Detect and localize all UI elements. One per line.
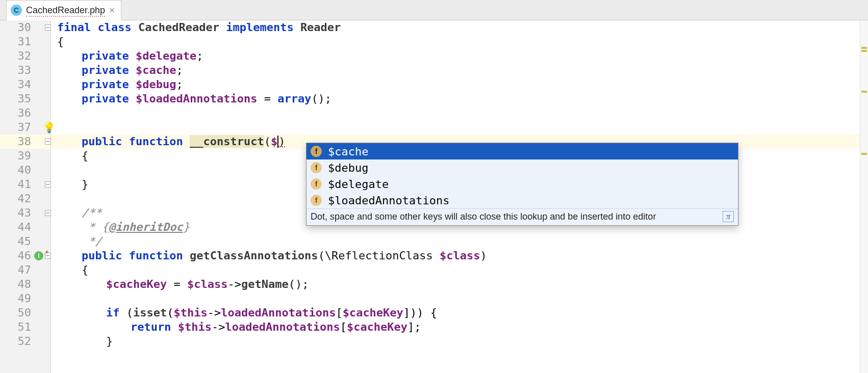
autocomplete-item[interactable]: f $loadedAnnotations <box>307 192 738 208</box>
keyword: private <box>82 64 129 76</box>
punct: [ <box>340 321 347 333</box>
warning-mark-icon[interactable] <box>861 91 867 93</box>
syntax-error: ) <box>278 135 285 148</box>
autocomplete-label: $loadedAnnotations <box>328 194 449 207</box>
fold-toggle-icon[interactable] <box>45 210 51 216</box>
file-tab[interactable]: C CachedReader.php × <box>6 0 121 20</box>
keyword: private <box>82 92 129 105</box>
space <box>171 321 177 333</box>
autocomplete-popup: f $cache f $debug f $delegate f $loadedA… <box>306 143 738 226</box>
pi-icon[interactable]: π <box>723 211 734 222</box>
line-number: 46 <box>0 249 50 263</box>
punct: (); <box>311 92 331 105</box>
punct: ( <box>120 306 134 319</box>
line-number: 49 <box>0 291 50 306</box>
autocomplete-item[interactable]: f $debug <box>307 159 738 176</box>
brace: { <box>82 263 88 276</box>
punct: ; <box>176 78 183 91</box>
field: $loadedAnnotations <box>136 92 257 105</box>
field-icon: f <box>311 146 322 157</box>
warning-mark-icon[interactable] <box>861 153 867 155</box>
error-stripe[interactable] <box>860 20 868 373</box>
punct: ( <box>264 135 271 148</box>
tab-filename: CachedReader.php <box>26 5 105 16</box>
keyword: class <box>97 21 131 34</box>
variable: $ <box>271 135 277 148</box>
punct: ])) { <box>403 306 437 319</box>
punct: ; <box>196 49 203 62</box>
line-number: 33 <box>0 63 50 77</box>
doc-comment: */ <box>82 235 102 248</box>
line-number: 52 <box>0 334 50 349</box>
keyword: final <box>57 21 91 34</box>
method-name: __construct <box>190 135 264 148</box>
field-ref: loadedAnnotations <box>225 321 340 333</box>
class-name: CachedReader <box>138 21 219 34</box>
variable: $cacheKey <box>106 278 167 290</box>
field: $delegate <box>136 49 196 62</box>
keyword: return <box>131 321 171 333</box>
warning-mark-icon[interactable] <box>861 50 867 52</box>
tab-bar: C CachedReader.php × <box>0 0 868 20</box>
autocomplete-hint: Dot, space and some other keys will also… <box>307 208 738 225</box>
line-number: 31 <box>0 35 50 49</box>
warning-mark-icon[interactable] <box>861 47 867 49</box>
keyword: public <box>82 249 122 262</box>
autocomplete-label: $cache <box>328 145 368 158</box>
code-area[interactable]: final class CachedReader implements Read… <box>51 20 860 373</box>
variable: $this <box>173 306 207 319</box>
keyword: implements <box>226 21 293 34</box>
keyword: private <box>82 49 129 62</box>
doc-comment: /** <box>82 206 102 219</box>
variable: $class <box>187 278 227 290</box>
line-number: 37💡 <box>0 120 50 135</box>
variable: $this <box>178 321 212 333</box>
line-number: 48 <box>0 277 50 291</box>
line-number: 32 <box>0 49 50 63</box>
doc-comment: } <box>183 221 190 233</box>
autocomplete-label: $delegate <box>328 178 389 191</box>
brace: } <box>82 178 88 191</box>
punct: = <box>257 92 277 105</box>
line-number: 43 <box>0 206 50 220</box>
field-icon: f <box>311 195 322 206</box>
punct: ]; <box>407 321 421 333</box>
line-number: 40 <box>0 163 50 177</box>
line-number: 45 <box>0 234 50 249</box>
punct: [ <box>336 306 342 319</box>
arrow: -> <box>212 321 225 333</box>
keyword: public <box>82 135 122 148</box>
field-icon: f <box>311 162 322 173</box>
override-marker-icon[interactable] <box>34 251 43 260</box>
line-number: 44 <box>0 220 50 234</box>
brace: { <box>82 149 88 162</box>
punct: ; <box>176 64 183 76</box>
punct: (); <box>289 278 309 290</box>
field: $debug <box>136 78 176 91</box>
line-number: 36 <box>0 106 50 120</box>
arrow: -> <box>227 278 241 290</box>
gutter: 30 31 32 33 34 35 36 37💡 38 39 40 41 42 … <box>0 20 51 373</box>
field-ref: loadedAnnotations <box>221 306 336 319</box>
fold-toggle-icon[interactable] <box>45 139 51 145</box>
line-number: 50 <box>0 306 50 320</box>
keyword: if <box>106 306 120 319</box>
line-number: 35 <box>0 92 50 106</box>
line-number: 41 <box>0 177 50 192</box>
autocomplete-item[interactable]: f $delegate <box>307 176 738 192</box>
line-number: 30 <box>0 20 50 35</box>
keyword: function <box>129 135 183 148</box>
brace: { <box>57 35 64 48</box>
fold-toggle-icon[interactable] <box>45 24 51 31</box>
autocomplete-item[interactable]: f $cache <box>307 143 738 159</box>
doc-tag: @inheritDoc <box>109 221 183 233</box>
function-call: isset <box>133 306 167 319</box>
fold-toggle-icon[interactable] <box>45 181 51 188</box>
close-tab-icon[interactable]: × <box>109 5 115 16</box>
fold-toggle-icon[interactable] <box>45 253 51 259</box>
variable: $cacheKey <box>343 306 403 319</box>
punct: = <box>167 278 187 290</box>
brace: } <box>106 335 113 348</box>
doc-comment: * { <box>82 221 109 233</box>
method-name: getClassAnnotations <box>190 249 318 262</box>
